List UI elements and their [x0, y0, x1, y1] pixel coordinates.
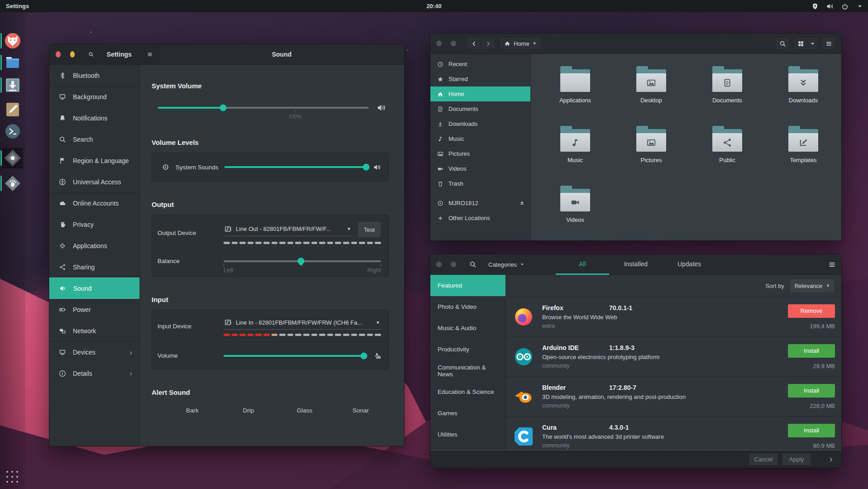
settings-sidebar-item[interactable]: Network	[49, 320, 139, 341]
settings-sidebar-item[interactable]: Universal Access	[49, 171, 139, 192]
expand-details-icon[interactable]	[828, 456, 834, 463]
tray-icon[interactable]	[841, 3, 849, 10]
tray-icon[interactable]	[811, 3, 819, 10]
settings-sidebar-item[interactable]: Devices ›	[49, 341, 139, 363]
settings-sidebar-item[interactable]: Sound	[49, 278, 139, 299]
files-sidebar-item[interactable]: Music	[430, 131, 530, 146]
menu-icon[interactable]	[828, 261, 836, 268]
category-item[interactable]: Utilities	[430, 424, 506, 445]
category-item[interactable]: Productivity	[430, 339, 506, 360]
folder-item[interactable]: Documents	[689, 66, 765, 125]
input-device-dropdown[interactable]: Line In - 82801FB/FBM/FR/FW/FRW (ICH6 Fa…	[224, 316, 381, 330]
output-device-dropdown[interactable]: Line Out - 82801FB/FBM/FR/FW/F... ▼	[224, 223, 352, 236]
tab[interactable]: Updates	[663, 254, 716, 275]
menu-button[interactable]	[821, 37, 836, 50]
files-sidebar-item[interactable]: Videos	[430, 161, 530, 176]
files-sidebar-item[interactable]: Other Locations	[430, 211, 530, 225]
categories-button[interactable]: Categories	[488, 261, 525, 268]
window-dot[interactable]	[436, 40, 442, 47]
files-sidebar-item[interactable]: Home	[430, 86, 530, 101]
search-button[interactable]	[775, 37, 790, 50]
app-action-button[interactable]: Install	[788, 424, 835, 437]
cancel-button[interactable]: Cancel	[749, 453, 778, 465]
alert-sound-option[interactable]: Sonar	[333, 407, 389, 414]
sort-dropdown[interactable]: Relevance ▼	[790, 278, 835, 293]
folder-item[interactable]: Music	[537, 125, 613, 185]
folder-item[interactable]: Applications	[537, 66, 613, 125]
settings-sidebar-item[interactable]: Region & Language	[49, 150, 139, 171]
settings-sidebar-item[interactable]: Notifications	[49, 107, 139, 129]
folder-item[interactable]: Public	[689, 125, 765, 185]
tray-icon[interactable]	[856, 3, 863, 10]
settings-sidebar-item[interactable]: Background	[49, 86, 139, 107]
category-item[interactable]: Photo & Video	[430, 296, 506, 317]
dock-item[interactable]	[4, 76, 22, 94]
files-sidebar-item[interactable]: Pictures	[430, 146, 530, 161]
view-options-button[interactable]	[808, 37, 818, 50]
alert-sound-option[interactable]: Glass	[277, 407, 333, 414]
topbar-app-name[interactable]: Settings	[0, 3, 29, 10]
test-speakers-button[interactable]: Test	[358, 221, 381, 238]
dock-item[interactable]	[4, 149, 22, 167]
alert-sound-option[interactable]: Bark	[164, 407, 220, 414]
folder-item[interactable]: Videos	[537, 185, 613, 241]
window-dot[interactable]	[436, 261, 442, 268]
app-row[interactable]: Cura 4.3.0-1 The world's most advanced 3…	[506, 416, 841, 451]
files-sidebar-item[interactable]: Starred	[430, 72, 530, 86]
settings-sidebar-item[interactable]: Search	[49, 129, 139, 150]
balance-slider[interactable]: Left Right	[224, 260, 381, 262]
app-action-button[interactable]: Install	[788, 344, 835, 358]
category-item[interactable]: Music & Audio	[430, 317, 506, 339]
folder-item[interactable]: Templates	[765, 125, 841, 185]
tray-icon[interactable]	[826, 3, 834, 10]
alert-sound-option[interactable]: Drip	[220, 407, 277, 414]
window-dot[interactable]	[450, 261, 457, 268]
settings-sidebar-item[interactable]: Online Accounts	[49, 192, 139, 214]
balance-handle[interactable]	[296, 256, 305, 265]
search-icon[interactable]	[469, 261, 477, 268]
tab[interactable]: All	[556, 254, 609, 275]
app-row[interactable]: Blender 17:2.80-7 3D modeling, animation…	[506, 376, 841, 416]
folder-item[interactable]: Pictures	[613, 125, 689, 185]
apply-button[interactable]: Apply	[782, 453, 811, 465]
dock-item[interactable]	[4, 101, 22, 119]
system-sounds-slider[interactable]	[224, 166, 366, 168]
category-item[interactable]: Games	[430, 403, 506, 424]
category-item[interactable]: Featured	[430, 275, 506, 296]
app-action-button[interactable]: Remove	[788, 304, 835, 318]
location-button[interactable]: Home ▼	[499, 37, 542, 50]
topbar-clock[interactable]: 20:40	[426, 3, 441, 10]
category-item[interactable]: Education & Science	[430, 381, 506, 403]
files-sidebar-item[interactable]: MJRO1812	[430, 196, 530, 211]
slider-handle[interactable]	[220, 105, 227, 111]
show-applications-button[interactable]	[6, 471, 19, 484]
files-sidebar-item[interactable]: Documents	[430, 101, 530, 116]
menu-icon[interactable]	[147, 51, 153, 58]
dock-item[interactable]	[4, 53, 22, 72]
view-toggle-button[interactable]	[793, 37, 808, 50]
system-volume-slider[interactable]: 100%	[158, 107, 369, 109]
folder-item[interactable]: Desktop	[613, 66, 689, 125]
tab[interactable]: Installed	[609, 254, 663, 275]
slider-handle[interactable]	[363, 164, 370, 171]
input-volume-slider[interactable]	[224, 355, 367, 357]
search-icon[interactable]	[88, 51, 94, 58]
settings-sidebar-item[interactable]: Power	[49, 299, 139, 320]
dock-item[interactable]	[4, 122, 22, 140]
settings-sidebar-item[interactable]: Details ›	[49, 363, 139, 384]
dock-item[interactable]	[4, 32, 22, 50]
app-row[interactable]: Firefox 70.0.1-1 Browse the World Wide W…	[506, 297, 841, 336]
back-button[interactable]	[467, 37, 481, 50]
settings-sidebar-item[interactable]: Sharing	[49, 256, 139, 278]
eject-icon[interactable]	[519, 200, 525, 206]
files-sidebar-item[interactable]: Trash	[430, 176, 530, 191]
dock-item[interactable]	[4, 174, 22, 192]
files-sidebar-item[interactable]: Recent	[430, 57, 530, 72]
minimize-button[interactable]	[70, 51, 75, 58]
slider-handle[interactable]	[360, 352, 367, 359]
window-dot[interactable]	[450, 40, 457, 47]
app-row[interactable]: Arduino IDE 1:1.8.9-3 Open-source electr…	[506, 336, 841, 376]
forward-button[interactable]	[481, 37, 496, 50]
settings-sidebar-item[interactable]: Applications	[49, 235, 139, 256]
close-button[interactable]	[56, 51, 61, 58]
